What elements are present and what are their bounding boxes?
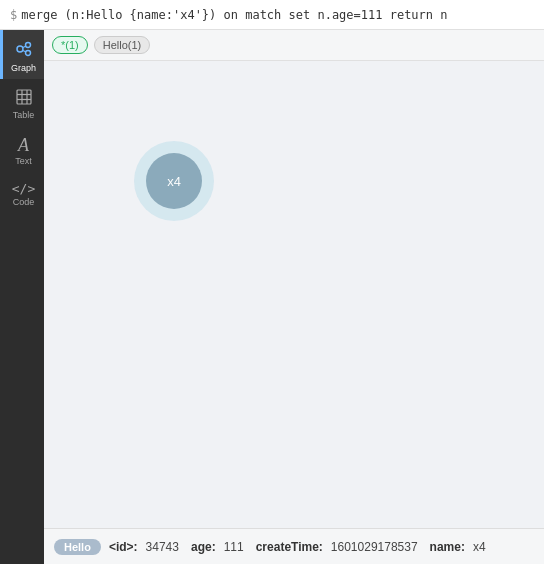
sidebar: Graph Table A Text </> Code xyxy=(0,30,44,564)
svg-line-4 xyxy=(23,51,26,53)
status-bar: Hello <id>: 34743 age: 111 createTime: 1… xyxy=(44,528,544,564)
status-age-key: age: xyxy=(191,540,216,554)
sidebar-item-code[interactable]: </> Code xyxy=(0,172,44,213)
code-icon: </> xyxy=(12,182,35,195)
graph-node[interactable]: x4 xyxy=(146,153,202,209)
status-name-key: name: xyxy=(430,540,465,554)
svg-point-1 xyxy=(25,43,30,48)
status-age-value: 111 xyxy=(224,540,244,554)
query-bar: $ merge (n:Hello {name:'x4'}) on match s… xyxy=(0,0,544,30)
status-id-value: 34743 xyxy=(146,540,179,554)
sidebar-item-graph[interactable]: Graph xyxy=(0,30,44,79)
sidebar-graph-label: Graph xyxy=(11,63,36,73)
query-text: merge (n:Hello {name:'x4'}) on match set… xyxy=(21,8,447,22)
status-createtime-value: 1601029178537 xyxy=(331,540,418,554)
graph-node-outer: x4 xyxy=(134,141,214,221)
sidebar-item-table[interactable]: Table xyxy=(0,79,44,126)
tab-hello[interactable]: Hello(1) xyxy=(94,36,151,54)
sidebar-item-text[interactable]: A Text xyxy=(0,126,44,172)
status-id-key: <id>: xyxy=(109,540,138,554)
status-name-value: x4 xyxy=(473,540,486,554)
status-createtime-key: createTime: xyxy=(256,540,323,554)
svg-point-2 xyxy=(25,51,30,56)
sidebar-table-label: Table xyxy=(13,110,35,120)
svg-point-0 xyxy=(17,46,23,52)
graph-canvas: x4 xyxy=(44,61,544,528)
table-icon xyxy=(16,89,32,108)
status-node-label: Hello xyxy=(54,539,101,555)
svg-rect-5 xyxy=(17,90,31,104)
sidebar-text-label: Text xyxy=(15,156,32,166)
sidebar-code-label: Code xyxy=(13,197,35,207)
query-prefix: $ xyxy=(10,8,17,22)
node-label: x4 xyxy=(167,174,181,189)
svg-line-3 xyxy=(23,46,26,48)
graph-icon xyxy=(15,40,33,61)
tabs-bar: *(1) Hello(1) xyxy=(44,30,544,61)
main-layout: Graph Table A Text </> Code xyxy=(0,30,544,564)
content-area: *(1) Hello(1) x4 Hello <id>: 34743 age: … xyxy=(44,30,544,564)
text-icon: A xyxy=(18,136,29,154)
tab-all[interactable]: *(1) xyxy=(52,36,88,54)
